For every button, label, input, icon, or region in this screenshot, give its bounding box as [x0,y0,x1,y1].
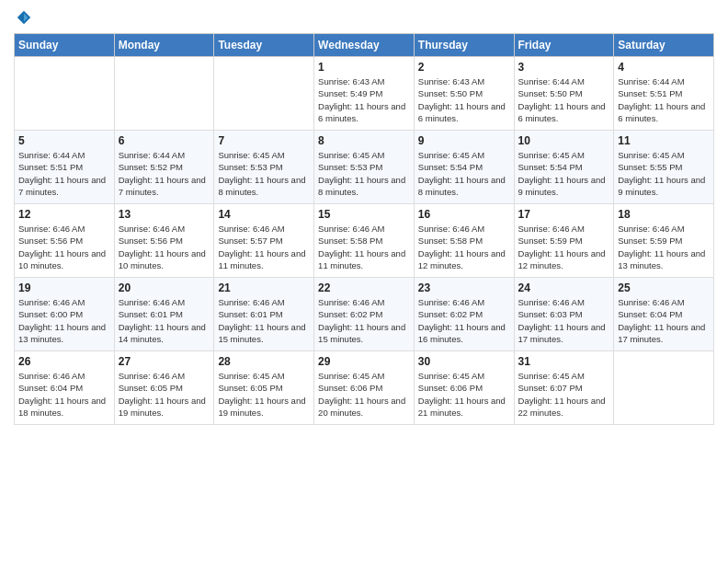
cell-info: Sunrise: 6:46 AMSunset: 6:05 PMDaylight:… [119,370,210,419]
cell-info: Sunrise: 6:46 AMSunset: 5:56 PMDaylight:… [18,223,110,271]
cell-info: Sunrise: 6:46 AMSunset: 6:02 PMDaylight:… [318,296,410,345]
calendar-cell: 23Sunrise: 6:46 AMSunset: 6:02 PMDayligh… [414,278,514,351]
calendar-cell: 7Sunrise: 6:45 AMSunset: 5:53 PMDaylight… [214,131,314,204]
header-day-friday: Friday [514,34,614,57]
week-row-0: 1Sunrise: 6:43 AMSunset: 5:49 PMDaylight… [15,57,714,131]
week-row-1: 5Sunrise: 6:44 AMSunset: 5:51 PMDaylight… [15,131,714,204]
day-number: 29 [318,355,410,368]
day-number: 18 [618,208,710,221]
page: SundayMondayTuesdayWednesdayThursdayFrid… [0,0,728,563]
calendar-cell: 1Sunrise: 6:43 AMSunset: 5:49 PMDaylight… [314,57,415,131]
calendar-cell: 12Sunrise: 6:46 AMSunset: 5:56 PMDayligh… [15,204,115,278]
cell-info: Sunrise: 6:45 AMSunset: 6:05 PMDaylight:… [218,370,310,419]
day-number: 26 [18,355,110,368]
cell-info: Sunrise: 6:43 AMSunset: 5:49 PMDaylight:… [318,75,410,124]
day-number: 12 [18,208,110,221]
cell-info: Sunrise: 6:46 AMSunset: 5:59 PMDaylight:… [518,223,610,271]
cell-info: Sunrise: 6:46 AMSunset: 5:58 PMDaylight:… [318,223,410,271]
calendar-cell: 11Sunrise: 6:45 AMSunset: 5:55 PMDayligh… [614,131,714,204]
day-number: 14 [218,208,310,221]
cell-info: Sunrise: 6:46 AMSunset: 5:57 PMDaylight:… [218,223,310,271]
cell-info: Sunrise: 6:44 AMSunset: 5:51 PMDaylight:… [618,75,710,124]
day-number: 28 [218,355,310,368]
cell-info: Sunrise: 6:46 AMSunset: 6:02 PMDaylight:… [418,296,510,345]
day-number: 15 [318,208,410,221]
cell-info: Sunrise: 6:45 AMSunset: 6:06 PMDaylight:… [418,370,510,419]
calendar-cell [114,57,214,131]
calendar-cell [614,351,714,425]
calendar-cell: 27Sunrise: 6:46 AMSunset: 6:05 PMDayligh… [114,351,214,425]
calendar-table: SundayMondayTuesdayWednesdayThursdayFrid… [14,33,714,425]
cell-info: Sunrise: 6:45 AMSunset: 5:55 PMDaylight:… [618,149,710,198]
cell-info: Sunrise: 6:45 AMSunset: 6:06 PMDaylight:… [318,370,410,419]
calendar-cell: 5Sunrise: 6:44 AMSunset: 5:51 PMDaylight… [15,131,115,204]
calendar-cell: 14Sunrise: 6:46 AMSunset: 5:57 PMDayligh… [214,204,314,278]
cell-info: Sunrise: 6:45 AMSunset: 6:07 PMDaylight:… [518,370,610,419]
day-number: 30 [418,355,510,368]
calendar-cell: 16Sunrise: 6:46 AMSunset: 5:58 PMDayligh… [414,204,514,278]
calendar-cell: 8Sunrise: 6:45 AMSunset: 5:53 PMDaylight… [314,131,415,204]
header-day-monday: Monday [114,34,214,57]
week-row-3: 19Sunrise: 6:46 AMSunset: 6:00 PMDayligh… [15,278,714,351]
cell-info: Sunrise: 6:45 AMSunset: 5:53 PMDaylight:… [318,149,410,198]
day-number: 10 [518,134,610,147]
day-number: 23 [418,282,510,294]
calendar-cell: 30Sunrise: 6:45 AMSunset: 6:06 PMDayligh… [414,351,514,425]
calendar-cell: 4Sunrise: 6:44 AMSunset: 5:51 PMDaylight… [614,57,714,131]
cell-info: Sunrise: 6:46 AMSunset: 6:04 PMDaylight:… [18,370,110,419]
calendar-cell: 20Sunrise: 6:46 AMSunset: 6:01 PMDayligh… [114,278,214,351]
calendar-cell: 26Sunrise: 6:46 AMSunset: 6:04 PMDayligh… [15,351,115,425]
calendar-cell: 17Sunrise: 6:46 AMSunset: 5:59 PMDayligh… [514,204,614,278]
cell-info: Sunrise: 6:46 AMSunset: 5:58 PMDaylight:… [418,223,510,271]
calendar-cell: 25Sunrise: 6:46 AMSunset: 6:04 PMDayligh… [614,278,714,351]
cell-info: Sunrise: 6:44 AMSunset: 5:52 PMDaylight:… [119,149,210,198]
calendar-cell: 18Sunrise: 6:46 AMSunset: 5:59 PMDayligh… [614,204,714,278]
calendar-cell: 6Sunrise: 6:44 AMSunset: 5:52 PMDaylight… [114,131,214,204]
header-day-wednesday: Wednesday [314,34,415,57]
cell-info: Sunrise: 6:45 AMSunset: 5:53 PMDaylight:… [218,149,310,198]
calendar-cell: 10Sunrise: 6:45 AMSunset: 5:54 PMDayligh… [514,131,614,204]
cell-info: Sunrise: 6:46 AMSunset: 6:01 PMDaylight:… [218,296,310,345]
day-number: 5 [18,134,110,147]
week-row-4: 26Sunrise: 6:46 AMSunset: 6:04 PMDayligh… [15,351,714,425]
header-day-thursday: Thursday [414,34,514,57]
calendar-cell [214,57,314,131]
logo-icon [16,9,32,26]
day-number: 11 [618,134,710,147]
day-number: 25 [618,282,710,294]
calendar-cell [15,57,115,131]
calendar-cell: 22Sunrise: 6:46 AMSunset: 6:02 PMDayligh… [314,278,415,351]
cell-info: Sunrise: 6:46 AMSunset: 6:00 PMDaylight:… [18,296,110,345]
cell-info: Sunrise: 6:43 AMSunset: 5:50 PMDaylight:… [418,75,510,124]
calendar-cell: 3Sunrise: 6:44 AMSunset: 5:50 PMDaylight… [514,57,614,131]
day-number: 22 [318,282,410,294]
calendar-cell: 31Sunrise: 6:45 AMSunset: 6:07 PMDayligh… [514,351,614,425]
cell-info: Sunrise: 6:46 AMSunset: 6:01 PMDaylight:… [119,296,210,345]
cell-info: Sunrise: 6:45 AMSunset: 5:54 PMDaylight:… [418,149,510,198]
day-number: 7 [218,134,310,147]
day-number: 8 [318,134,410,147]
cell-info: Sunrise: 6:46 AMSunset: 6:03 PMDaylight:… [518,296,610,345]
day-number: 17 [518,208,610,221]
day-number: 2 [418,61,510,74]
day-number: 9 [418,134,510,147]
day-number: 6 [119,134,210,147]
header-day-tuesday: Tuesday [214,34,314,57]
calendar-cell: 15Sunrise: 6:46 AMSunset: 5:58 PMDayligh… [314,204,415,278]
day-number: 31 [518,355,610,368]
cell-info: Sunrise: 6:44 AMSunset: 5:51 PMDaylight:… [18,149,110,198]
calendar-cell: 9Sunrise: 6:45 AMSunset: 5:54 PMDaylight… [414,131,514,204]
calendar-cell: 21Sunrise: 6:46 AMSunset: 6:01 PMDayligh… [214,278,314,351]
day-number: 20 [119,282,210,294]
header-day-saturday: Saturday [614,34,714,57]
day-number: 4 [618,61,710,74]
calendar-cell: 29Sunrise: 6:45 AMSunset: 6:06 PMDayligh… [314,351,415,425]
cell-info: Sunrise: 6:46 AMSunset: 6:04 PMDaylight:… [618,296,710,345]
header [14,9,714,26]
logo [14,9,32,26]
header-day-sunday: Sunday [15,34,115,57]
day-number: 19 [18,282,110,294]
day-number: 13 [119,208,210,221]
day-number: 24 [518,282,610,294]
day-number: 3 [518,61,610,74]
